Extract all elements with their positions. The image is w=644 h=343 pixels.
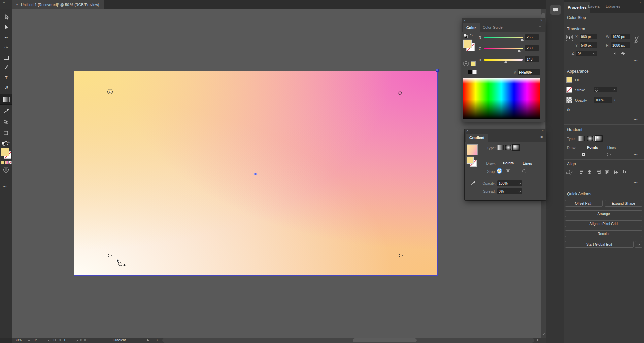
channel-r-slider[interactable] bbox=[484, 37, 523, 38]
linear-gradient-type-button[interactable] bbox=[497, 145, 504, 150]
align-bottom-icon[interactable] bbox=[622, 170, 627, 175]
offset-path-button[interactable]: Offset Path bbox=[565, 200, 603, 207]
appearance-more-options[interactable]: ••• bbox=[634, 118, 638, 121]
white-swatch[interactable] bbox=[472, 70, 477, 74]
swap-fill-stroke-icon[interactable]: ↷ bbox=[7, 141, 10, 145]
linear-gradient-type-button[interactable] bbox=[578, 136, 585, 141]
link-dimensions-icon[interactable] bbox=[634, 36, 639, 44]
rotate-tool[interactable]: ↺ bbox=[0, 83, 12, 92]
default-fill-stroke-icon[interactable] bbox=[2, 142, 5, 146]
panel-menu-icon[interactable]: ≡ bbox=[540, 135, 543, 140]
rectangle-tool[interactable] bbox=[0, 53, 12, 62]
radial-gradient-type-button[interactable] bbox=[505, 145, 512, 150]
gradient-mode-button[interactable] bbox=[5, 161, 8, 164]
selection-handle-center[interactable] bbox=[254, 173, 257, 175]
fill-label[interactable]: Fill bbox=[575, 78, 579, 82]
zoom-level[interactable]: 50% bbox=[15, 338, 22, 342]
artboard-number[interactable]: 1 bbox=[64, 338, 66, 342]
h-input[interactable] bbox=[611, 42, 630, 48]
artboard-tool[interactable] bbox=[0, 128, 12, 138]
scroll-down-icon[interactable] bbox=[542, 332, 545, 335]
channel-b-handle[interactable] bbox=[504, 61, 507, 63]
opacity-flyout-icon[interactable]: › bbox=[614, 98, 616, 102]
stroke-weight-combo[interactable] bbox=[599, 87, 617, 92]
edit-toolbar-button[interactable]: ••• bbox=[3, 185, 7, 188]
draw-lines-radio[interactable] bbox=[607, 153, 611, 156]
pen-tool[interactable]: ✒ bbox=[0, 33, 12, 42]
align-top-icon[interactable] bbox=[605, 170, 610, 175]
color-panel-title-bar[interactable]: × « bbox=[462, 18, 545, 23]
freeform-gradient-type-button[interactable] bbox=[595, 136, 602, 141]
zoom-dropdown-icon[interactable] bbox=[28, 339, 30, 341]
stroke-weight-stepper[interactable] bbox=[594, 87, 599, 92]
rotation-dropdown-icon[interactable] bbox=[48, 339, 51, 341]
reference-point-icon[interactable] bbox=[566, 35, 574, 42]
tab-libraries[interactable]: Libraries bbox=[606, 4, 620, 8]
channel-g-handle[interactable] bbox=[518, 50, 521, 52]
opacity-swatch[interactable] bbox=[566, 97, 572, 103]
comment-panel-button[interactable] bbox=[550, 5, 561, 15]
draw-points-radio[interactable] bbox=[582, 153, 585, 156]
draw-lines-label[interactable]: Lines bbox=[523, 161, 532, 166]
fill-swatch[interactable] bbox=[1, 148, 9, 156]
gradient-stop-bottom-right[interactable] bbox=[399, 254, 403, 257]
stroke-color-swatch[interactable] bbox=[566, 87, 572, 93]
curvature-tool[interactable]: ✑ bbox=[0, 43, 12, 52]
last-artboard-button[interactable]: ▶| bbox=[84, 338, 87, 341]
opacity-value-box[interactable]: 100% bbox=[594, 97, 612, 103]
flip-vertical-icon[interactable] bbox=[621, 51, 625, 56]
revert-color-icon[interactable]: ↷ bbox=[470, 33, 473, 37]
align-to-artboard-icon[interactable] bbox=[566, 169, 573, 175]
status-chevron-left[interactable]: ‹ bbox=[157, 338, 158, 342]
document-tab[interactable]: × Untitled-1 [Recovered]* @ 50 % (RGB/Pr… bbox=[12, 0, 104, 9]
rotation-value[interactable]: 0° bbox=[34, 338, 37, 342]
gradient-stop-top-left[interactable] bbox=[107, 89, 113, 94]
collapse-icon[interactable]: « bbox=[542, 129, 544, 132]
gradient-more-options[interactable]: ••• bbox=[634, 153, 638, 156]
close-icon[interactable]: × bbox=[16, 2, 18, 7]
align-center-horizontal-icon[interactable] bbox=[587, 170, 592, 175]
opacity-combo[interactable]: 100% bbox=[497, 180, 522, 186]
spread-combo[interactable]: 0% bbox=[497, 188, 522, 194]
align-to-pixel-grid-button[interactable]: Align to Pixel Grid bbox=[565, 220, 642, 227]
black-swatch[interactable] bbox=[468, 70, 472, 74]
horizontal-scrollbar[interactable] bbox=[162, 338, 534, 343]
selection-handle-top-right[interactable] bbox=[436, 69, 439, 72]
align-left-icon[interactable] bbox=[578, 170, 583, 175]
gradient-stop-top-right[interactable] bbox=[398, 91, 402, 95]
swap-colors-icon[interactable] bbox=[464, 34, 468, 38]
scroll-right-icon[interactable]: ▶ bbox=[537, 338, 539, 341]
hex-input[interactable] bbox=[518, 69, 540, 75]
symbols-tool[interactable] bbox=[0, 117, 12, 127]
next-artboard-button[interactable]: ▶ bbox=[80, 338, 82, 341]
rotation-combo[interactable]: 0° bbox=[576, 51, 597, 56]
tab-layers[interactable]: Layers bbox=[588, 4, 600, 8]
collapse-icon[interactable]: « bbox=[540, 18, 542, 22]
fill-swatch[interactable] bbox=[467, 157, 474, 164]
eyedropper-tool[interactable] bbox=[0, 106, 12, 115]
fill-swatch[interactable] bbox=[463, 40, 472, 48]
color-spectrum[interactable] bbox=[463, 78, 540, 119]
x-input[interactable] bbox=[580, 34, 597, 39]
paintbrush-tool[interactable] bbox=[0, 63, 12, 72]
fx-button[interactable]: fx. bbox=[567, 108, 571, 112]
w-input[interactable] bbox=[611, 34, 630, 39]
close-icon[interactable]: × bbox=[466, 129, 468, 133]
tab-properties[interactable]: Properties bbox=[564, 2, 590, 13]
global-edit-options-button[interactable] bbox=[635, 241, 642, 248]
align-right-icon[interactable] bbox=[596, 170, 601, 175]
align-center-vertical-icon[interactable] bbox=[613, 170, 618, 175]
draw-points-label[interactable]: Points bbox=[587, 145, 598, 149]
arrange-button[interactable]: Arrange bbox=[565, 210, 642, 217]
gradient-stop-bottom-left[interactable] bbox=[108, 254, 112, 257]
channel-r-handle[interactable] bbox=[521, 39, 524, 41]
active-color-mini-swatch[interactable] bbox=[471, 61, 476, 66]
channel-g-input[interactable] bbox=[525, 45, 539, 51]
type-tool[interactable]: T bbox=[0, 73, 12, 82]
tab-color[interactable]: Color bbox=[463, 23, 480, 32]
opacity-label[interactable]: Opacity bbox=[575, 98, 587, 103]
stroke-label[interactable]: Stroke bbox=[575, 88, 585, 92]
color-mode-button[interactable] bbox=[1, 161, 4, 164]
first-artboard-button[interactable]: |◀ bbox=[53, 338, 56, 341]
prev-artboard-button[interactable]: ◀ bbox=[59, 338, 61, 341]
